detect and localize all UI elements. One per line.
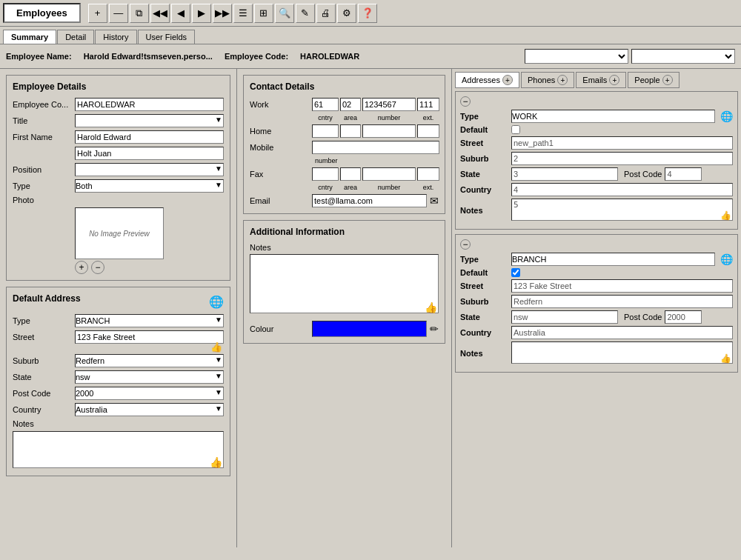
da-suburb-select[interactable]: Redfern xyxy=(75,354,224,367)
work-ext[interactable] xyxy=(417,98,439,111)
addr1-postcode-input[interactable] xyxy=(665,167,702,181)
toolbar-settings-btn[interactable]: ⚙ xyxy=(337,4,356,23)
toolbar-last-btn[interactable]: ▶▶ xyxy=(213,4,232,23)
toolbar-copy-btn[interactable]: ⧉ xyxy=(130,4,149,23)
work-number[interactable] xyxy=(362,98,416,111)
title-select[interactable] xyxy=(75,114,224,127)
toolbar-list-btn[interactable]: ☰ xyxy=(233,4,253,23)
phones-add-btn[interactable]: + xyxy=(557,75,568,85)
addr1-suburb-row: Suburb xyxy=(460,152,733,165)
home-number[interactable] xyxy=(362,124,416,138)
address-entry-1: − Type WORK 🌐 Default Street xyxy=(455,91,738,230)
addr-tab-emails[interactable]: Emails + xyxy=(576,72,626,88)
addr1-notes-row: Notes 5 👍 xyxy=(460,199,733,222)
da-state-select[interactable]: nsw xyxy=(75,370,224,384)
toolbar-search-btn[interactable]: 🔍 xyxy=(275,4,294,23)
addr1-suburb-input[interactable] xyxy=(511,152,733,165)
fax-cntry[interactable] xyxy=(312,167,339,181)
colour-swatch[interactable] xyxy=(312,321,427,337)
tab-user-fields[interactable]: User Fields xyxy=(138,30,196,44)
addr2-street-label: Street xyxy=(460,281,508,290)
home-area[interactable] xyxy=(340,124,361,138)
da-notes-wrapper: 👍 xyxy=(13,431,224,470)
addr-tab-addresses[interactable]: Addresses + xyxy=(455,72,519,88)
mobile-number[interactable] xyxy=(312,141,439,154)
email-send-icon[interactable]: ✉ xyxy=(430,195,439,207)
addr1-state-input[interactable] xyxy=(511,167,618,181)
toolbar-first-btn[interactable]: ◀◀ xyxy=(150,4,170,23)
addr1-notes-textarea[interactable]: 5 xyxy=(511,199,733,221)
position-label: Position xyxy=(13,165,72,174)
addr1-street-input[interactable] xyxy=(511,136,733,150)
toolbar-edit-btn[interactable]: ✎ xyxy=(296,4,315,23)
title-label: Title xyxy=(13,116,72,125)
addr2-street-input[interactable] xyxy=(511,279,733,293)
addr1-country-input[interactable] xyxy=(511,183,733,196)
addr2-collapse-btn[interactable]: − xyxy=(460,239,471,250)
da-suburb-row: Suburb Redfern ▼ xyxy=(13,354,224,367)
addr1-default-checkbox[interactable] xyxy=(511,125,520,134)
toolbar-print-btn[interactable]: 🖨 xyxy=(316,4,336,23)
addr1-globe-icon[interactable]: 🌐 xyxy=(720,110,733,122)
da-type-row: Type BRANCH ▼ xyxy=(13,314,224,327)
default-address-globe-icon[interactable]: 🌐 xyxy=(209,295,224,309)
addr1-type-select[interactable]: WORK xyxy=(511,110,715,123)
email-label: Email xyxy=(250,196,309,205)
work-cntry[interactable] xyxy=(312,98,339,111)
addr-tab-phones[interactable]: Phones + xyxy=(521,72,574,88)
addr2-notes-textarea[interactable] xyxy=(511,341,733,364)
da-postcode-select-wrap: 2000 ▼ xyxy=(75,387,224,400)
employee-code-input[interactable] xyxy=(75,98,224,111)
addr2-state-input[interactable] xyxy=(511,310,618,324)
position-select[interactable] xyxy=(75,163,224,176)
addr-tab-add-btn[interactable]: + xyxy=(502,75,513,85)
addr2-suburb-input[interactable] xyxy=(511,295,733,308)
photo-add-btn[interactable]: + xyxy=(75,261,88,274)
tab-history[interactable]: History xyxy=(95,30,136,44)
toolbar-help-btn[interactable]: ❓ xyxy=(358,4,377,23)
photo-remove-btn[interactable]: − xyxy=(91,261,104,274)
toolbar-play-btn[interactable]: ▶ xyxy=(192,4,211,23)
da-type-select[interactable]: BRANCH xyxy=(75,314,224,327)
toolbar-add-btn[interactable]: + xyxy=(88,4,107,23)
emp-header-select1[interactable] xyxy=(525,49,628,64)
toolbar-prev-btn[interactable]: ◀ xyxy=(171,4,190,23)
da-notes-textarea[interactable] xyxy=(13,431,224,468)
tab-summary[interactable]: Summary xyxy=(3,30,56,44)
home-ext[interactable] xyxy=(417,124,439,138)
fax-number[interactable] xyxy=(362,167,416,181)
addr2-country-input[interactable] xyxy=(511,326,733,339)
addr1-collapse-btn[interactable]: − xyxy=(460,96,471,107)
toolbar-grid-btn[interactable]: ⊞ xyxy=(254,4,273,23)
colour-pencil-icon[interactable]: ✏ xyxy=(430,323,439,335)
da-notes-label: Notes xyxy=(13,419,72,428)
type-select-wrap: Both ▼ xyxy=(75,179,224,193)
addr2-postcode-input[interactable] xyxy=(665,310,702,324)
addr2-default-checkbox[interactable] xyxy=(511,268,520,277)
da-postcode-select[interactable]: 2000 xyxy=(75,387,224,400)
type-select[interactable]: Both xyxy=(75,179,224,193)
addr2-globe-icon[interactable]: 🌐 xyxy=(720,253,733,265)
photo-placeholder-text: No Image Preview xyxy=(89,230,150,238)
firstname-input[interactable] xyxy=(75,130,224,144)
people-add-btn[interactable]: + xyxy=(662,75,673,85)
email-input[interactable] xyxy=(312,194,427,207)
home-cntry[interactable] xyxy=(312,124,339,138)
work-area[interactable] xyxy=(340,98,361,111)
secondname-input[interactable] xyxy=(75,147,224,160)
emails-add-btn[interactable]: + xyxy=(609,75,619,85)
title-select-wrap: ▼ xyxy=(75,114,224,127)
home-row: Home xyxy=(250,124,439,138)
emp-header-select2[interactable] xyxy=(631,49,735,64)
toolbar-remove-btn[interactable]: — xyxy=(109,4,128,23)
notes-textarea[interactable] xyxy=(250,254,439,313)
fax-ext[interactable] xyxy=(417,167,439,181)
addr1-suburb-label: Suburb xyxy=(460,154,508,163)
addr2-type-select[interactable]: BRANCH xyxy=(511,253,715,266)
da-street-input[interactable] xyxy=(75,330,224,344)
da-country-select[interactable]: Australia xyxy=(75,403,224,416)
tab-detail[interactable]: Detail xyxy=(57,30,94,44)
mobile-label: Mobile xyxy=(250,143,309,152)
addr-tab-people[interactable]: People + xyxy=(628,72,679,88)
fax-area[interactable] xyxy=(340,167,361,181)
